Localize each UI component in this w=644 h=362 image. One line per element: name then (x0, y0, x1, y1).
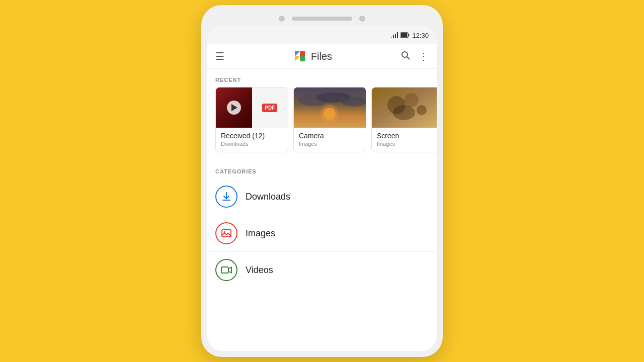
files-app-logo (293, 49, 307, 63)
hamburger-menu-button[interactable]: ☰ (215, 50, 224, 62)
videos-icon (221, 264, 232, 276)
svg-point-23 (417, 105, 427, 115)
category-label-videos: Videos (246, 265, 273, 276)
card-sub-received: Downloads (221, 141, 283, 147)
category-item-downloads[interactable]: Downloads (207, 178, 437, 215)
card-info-camera: Camera Images (294, 128, 366, 152)
svg-marker-10 (300, 56, 305, 61)
pdf-badge: PDF (262, 104, 277, 112)
svg-rect-5 (401, 33, 407, 37)
svg-marker-1 (395, 34, 396, 38)
card-thumb-camera (294, 87, 366, 128)
play-triangle (231, 104, 237, 111)
images-icon (221, 228, 232, 239)
battery-icon (400, 32, 410, 38)
search-button[interactable] (400, 50, 411, 63)
recent-card-camera[interactable]: Camera Images (293, 87, 366, 152)
card-info-received: Received (12) Downloads (216, 128, 288, 152)
video-thumbnail-half (216, 87, 252, 128)
card-thumb-screen (372, 87, 437, 128)
svg-rect-6 (409, 34, 410, 36)
svg-point-17 (341, 97, 366, 107)
svg-point-12 (402, 52, 408, 57)
card-info-screen: Screen Images (372, 128, 437, 152)
recent-card-received[interactable]: PDF Received (12) Downloads (215, 87, 288, 152)
images-icon-circle (215, 222, 237, 244)
svg-point-22 (405, 93, 419, 107)
card-thumb-received: PDF (216, 87, 288, 128)
recent-section-label: RECENT (207, 69, 437, 87)
card-name-received: Received (12) (221, 132, 283, 140)
app-bar-right: ⋮ (400, 50, 429, 63)
category-item-images[interactable]: Images (207, 215, 437, 252)
phone-notch (207, 11, 437, 26)
content-area: RECENT PDF Rece (207, 69, 437, 351)
app-title: Files (311, 51, 332, 62)
svg-marker-2 (393, 35, 394, 38)
svg-point-19 (320, 105, 339, 123)
app-bar: ☰ Files (207, 44, 437, 69)
svg-rect-27 (221, 267, 228, 273)
status-icons: 12:30 (390, 31, 429, 39)
card-sub-camera: Images (299, 141, 361, 147)
svg-line-13 (407, 57, 410, 59)
signal-icon (390, 31, 398, 39)
more-options-button[interactable]: ⋮ (419, 50, 429, 62)
app-bar-center: Files (293, 49, 332, 63)
card-name-screen: Screen (377, 132, 437, 140)
card-sub-screen: Images (377, 141, 437, 147)
pdf-thumbnail-half: PDF (252, 87, 288, 128)
phone-screen: 12:30 ☰ (207, 26, 437, 351)
category-label-images: Images (246, 228, 275, 239)
svg-marker-9 (295, 56, 300, 61)
svg-marker-3 (391, 37, 392, 38)
speaker-dot-right (359, 16, 365, 22)
app-bar-left: ☰ (215, 50, 224, 62)
camera-thumbnail (294, 87, 366, 128)
category-item-videos[interactable]: Videos (207, 252, 437, 288)
category-label-downloads: Downloads (246, 192, 290, 202)
svg-point-24 (393, 105, 415, 120)
speaker-dot-left (279, 16, 285, 22)
phone-frame: 12:30 ☰ (201, 5, 443, 357)
svg-marker-7 (295, 51, 300, 56)
play-button-icon (227, 101, 241, 115)
download-icon (221, 191, 232, 202)
status-bar: 12:30 (207, 26, 437, 44)
speaker-bar (292, 17, 352, 21)
card-name-camera: Camera (299, 132, 361, 140)
categories-section-label: CATEGORIES (207, 160, 437, 178)
recent-card-screen[interactable]: Screen Images (371, 87, 437, 152)
downloads-icon-circle (215, 186, 237, 208)
svg-marker-0 (397, 32, 398, 38)
videos-icon-circle (215, 259, 237, 281)
svg-rect-25 (222, 230, 231, 237)
status-time: 12:30 (412, 32, 429, 39)
recent-cards-container: PDF Received (12) Downloads (207, 87, 437, 160)
